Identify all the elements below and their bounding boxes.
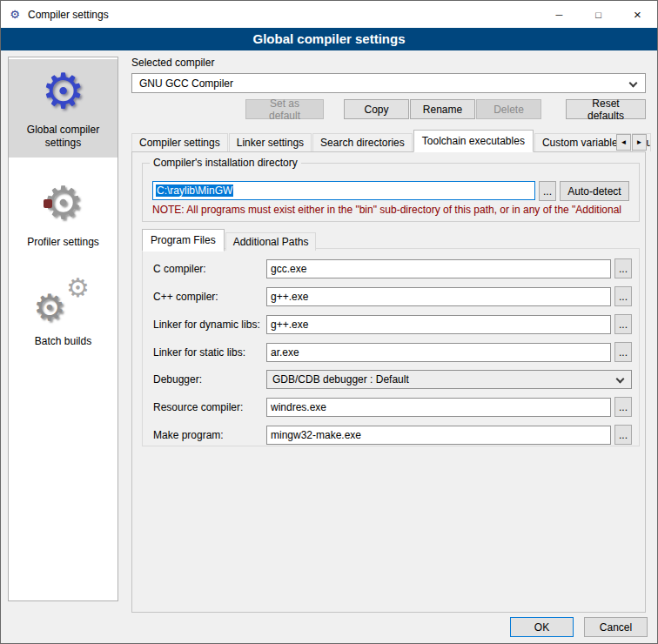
field-label: Debugger:: [153, 373, 266, 386]
set-as-default-button: Set as default: [245, 99, 324, 119]
field-label: C compiler:: [153, 263, 266, 275]
tab-toolchain-executables[interactable]: Toolchain executables: [413, 130, 534, 152]
installation-directory-groupbox: Compiler's installation directory C:\ray…: [142, 163, 640, 222]
tab-scroll-left-button[interactable]: ◄: [616, 134, 631, 151]
field-label: C++ compiler:: [153, 291, 266, 303]
sidebar-item-global-compiler-settings[interactable]: ⚙ Global compiler settings: [9, 59, 118, 158]
field-row-resource-compiler: Resource compiler: ...: [153, 397, 632, 417]
window-title: Compiler settings: [28, 9, 109, 21]
make-program-input[interactable]: [266, 426, 611, 445]
profiler-accent-icon: [44, 199, 52, 208]
sidebar-item-label: Profiler settings: [10, 236, 116, 249]
copy-button[interactable]: Copy: [344, 99, 409, 119]
tab-compiler-settings[interactable]: Compiler settings: [131, 133, 228, 151]
dialog-banner: Global compiler settings: [1, 28, 657, 50]
field-row-linker-static: Linker for static libs: ...: [153, 342, 632, 362]
sidebar-item-batch-builds[interactable]: ⚙ ⚙ Batch builds: [9, 271, 118, 356]
sidebar-item-label: Global compiler settings: [10, 124, 116, 150]
field-row-c-compiler: C compiler: ...: [153, 258, 632, 278]
sidebar-item-profiler-settings[interactable]: ⚙ Profiler settings: [9, 171, 118, 257]
installation-note: NOTE: All programs must exist either in …: [152, 204, 634, 216]
tab-scroll-right-button[interactable]: ►: [632, 134, 647, 151]
field-row-linker-dynamic: Linker for dynamic libs: ...: [153, 314, 632, 334]
reset-defaults-button[interactable]: Reset defaults: [566, 99, 646, 119]
app-icon: ⚙: [8, 8, 22, 21]
c-compiler-browse-button[interactable]: ...: [614, 258, 632, 278]
installation-directory-browse-button[interactable]: ...: [539, 181, 556, 201]
tab-linker-settings[interactable]: Linker settings: [229, 133, 312, 151]
c-compiler-input[interactable]: [266, 259, 611, 278]
field-row-debugger: Debugger: GDB/CDB debugger : Default: [153, 370, 632, 389]
ok-button[interactable]: OK: [510, 617, 574, 637]
chevron-down-icon: [616, 375, 625, 384]
debugger-value: GDB/CDB debugger : Default: [272, 373, 409, 386]
subtab-program-files[interactable]: Program Files: [142, 229, 225, 252]
selected-compiler-value: GNU GCC Compiler: [139, 77, 233, 90]
settings-tab-strip: Compiler settings Linker settings Search…: [131, 130, 652, 151]
installation-directory-group-label: Compiler's installation directory: [150, 157, 301, 169]
main-panel: Selected compiler GNU GCC Compiler Set a…: [131, 57, 652, 613]
installation-directory-row: C:\raylib\MinGW ... Auto-detect: [152, 181, 633, 201]
close-button[interactable]: ×: [618, 1, 657, 28]
tab-scroll-buttons: ◄ ►: [615, 134, 647, 151]
tab-search-directories[interactable]: Search directories: [312, 133, 413, 151]
tab-scroll-right-icon: ►: [636, 138, 643, 146]
field-row-cpp-compiler: C++ compiler: ...: [153, 286, 632, 306]
field-label: Make program:: [153, 429, 266, 441]
selected-compiler-label: Selected compiler: [131, 57, 652, 69]
minimize-icon: ─: [556, 10, 563, 20]
linker-static-input[interactable]: [266, 343, 611, 362]
cpp-compiler-input[interactable]: [266, 287, 611, 306]
delete-button: Delete: [476, 99, 541, 119]
title-bar: ⚙ Compiler settings ─ □ ×: [1, 1, 657, 28]
field-row-make-program: Make program: ...: [153, 425, 632, 445]
chevron-down-icon: [629, 79, 638, 88]
global-compiler-settings-gear-icon: ⚙: [41, 64, 84, 118]
program-files-page: C compiler: ... C++ compiler: ... Linker…: [142, 248, 640, 446]
auto-detect-button[interactable]: Auto-detect: [560, 181, 629, 201]
maximize-button[interactable]: □: [579, 1, 618, 28]
toolchain-executables-page: Compiler's installation directory C:\ray…: [131, 151, 646, 613]
rename-button[interactable]: Rename: [410, 99, 475, 119]
subtab-additional-paths[interactable]: Additional Paths: [225, 232, 317, 251]
tab-scroll-left-icon: ◄: [621, 138, 628, 146]
sidebar-item-label: Batch builds: [10, 335, 116, 348]
resource-compiler-input[interactable]: [266, 398, 611, 417]
maximize-icon: □: [595, 10, 601, 20]
cpp-compiler-browse-button[interactable]: ...: [614, 286, 632, 306]
close-icon: ×: [634, 7, 641, 22]
compiler-actions-row: Set as default Copy Rename Delete Reset …: [131, 99, 646, 119]
compiler-settings-window: ⚙ Compiler settings ─ □ × Global compile…: [0, 0, 658, 644]
installation-directory-input[interactable]: C:\raylib\MinGW: [152, 181, 535, 200]
window-controls: ─ □ ×: [540, 1, 657, 28]
linker-static-browse-button[interactable]: ...: [614, 342, 632, 362]
linker-dynamic-browse-button[interactable]: ...: [614, 314, 632, 334]
minimize-button[interactable]: ─: [540, 1, 579, 28]
field-label: Linker for dynamic libs:: [153, 319, 266, 331]
debugger-dropdown[interactable]: GDB/CDB debugger : Default: [266, 370, 632, 389]
make-program-browse-button[interactable]: ...: [614, 425, 632, 445]
field-label: Linker for static libs:: [153, 346, 266, 359]
batch-builds-small-gear-icon: ⚙: [66, 272, 90, 303]
field-label: Resource compiler:: [153, 401, 266, 413]
installation-directory-selected-text: C:\raylib\MinGW: [156, 184, 233, 197]
program-files-tab-strip: Program Files Additional Paths: [142, 229, 317, 251]
linker-dynamic-input[interactable]: [266, 315, 611, 334]
resource-compiler-browse-button[interactable]: ...: [614, 397, 632, 417]
selected-compiler-dropdown[interactable]: GNU GCC Compiler: [131, 73, 646, 93]
cancel-button[interactable]: Cancel: [584, 617, 648, 637]
batch-builds-gear-icon: ⚙: [33, 286, 66, 329]
settings-category-sidebar: ⚙ Global compiler settings ⚙ Profiler se…: [8, 57, 118, 601]
